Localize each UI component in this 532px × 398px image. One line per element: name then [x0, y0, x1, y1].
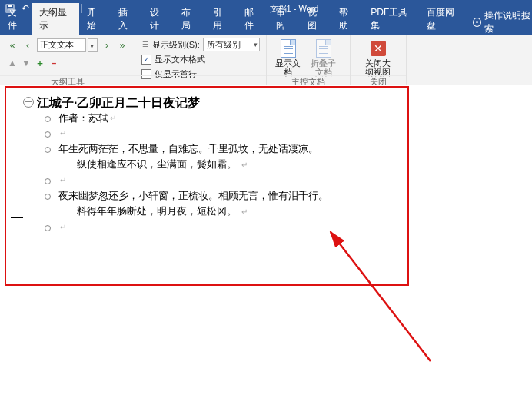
return-mark: ↵ — [60, 173, 66, 188]
tab-8[interactable]: 审阅 — [268, 3, 300, 35]
outline-bullet-icon — [45, 131, 51, 138]
outline-expand-icon[interactable] — [23, 97, 34, 108]
tab-9[interactable]: 视图 — [300, 3, 331, 35]
return-mark: ↵ — [110, 111, 116, 126]
outline-bullet-icon — [45, 147, 51, 153]
return-mark: ↵ — [241, 207, 248, 216]
tab-6[interactable]: 引用 — [205, 3, 237, 35]
move-up-button[interactable]: ▲ — [6, 57, 18, 69]
check-icon: ✓ — [141, 55, 151, 65]
show-level-label: 显示级别(S): — [152, 39, 200, 51]
show-document-button[interactable]: 显示文档 — [273, 38, 304, 77]
heading-1[interactable]: 江城子·乙卯正月二十日夜记梦 — [37, 95, 200, 111]
close-icon: ✕ — [371, 41, 386, 56]
stanza2-line1[interactable]: 夜来幽梦忽还乡，小轩窗，正梳妆。相顾无言，惟有泪千行。 — [58, 190, 328, 201]
bulb-icon — [473, 18, 481, 27]
outline-bullet-icon — [45, 178, 51, 184]
show-level-select[interactable]: 所有级别 — [203, 38, 260, 51]
tab-10[interactable]: 帮助 — [331, 3, 363, 35]
tab-12[interactable]: 百度网盘 — [419, 3, 467, 35]
outline-level-dropdown-icon[interactable]: ▾ — [88, 38, 98, 52]
tab-4[interactable]: 设计 — [142, 3, 174, 35]
tab-7[interactable]: 邮件 — [237, 3, 268, 35]
demote-button[interactable]: › — [101, 39, 113, 51]
stanza1-line1[interactable]: 年生死两茫茫，不思量，自难忘。千里孤坟，无处话凄凉。 — [58, 143, 318, 154]
subdocument-icon — [316, 39, 331, 58]
close-outline-view-button[interactable]: ✕ 关闭大纲视图 — [363, 38, 394, 77]
outline-document[interactable]: 江城子·乙卯正月二十日夜记梦 作者：苏轼 ↵ ↵ 年生死两茫茫，不思量，自难忘。… — [23, 95, 328, 235]
outline-bullet-icon — [45, 225, 51, 231]
author-line[interactable]: 作者：苏轼 — [58, 111, 108, 126]
stanza2-line2[interactable]: 料得年年肠断处，明月夜，短松冈。 — [77, 205, 237, 217]
promote-button[interactable]: ‹ — [22, 39, 34, 51]
return-mark: ↵ — [60, 220, 66, 235]
tab-11[interactable]: PDF工具集 — [363, 3, 419, 35]
text-cursor — [11, 217, 23, 218]
show-text-formatting-checkbox[interactable]: ✓ 显示文本格式 — [141, 53, 205, 65]
promote-to-heading1-button[interactable]: « — [6, 39, 18, 51]
tab-3[interactable]: 插入 — [111, 3, 142, 35]
show-level-icon: ☰ — [141, 41, 149, 48]
move-down-button[interactable]: ▼ — [20, 57, 32, 69]
return-mark: ↵ — [241, 161, 248, 169]
outline-bullet-icon — [45, 194, 51, 200]
document-icon — [281, 39, 296, 58]
tab-0[interactable]: 文件 — [0, 3, 32, 35]
tell-me-search[interactable]: 操作说明搜索 — [473, 9, 532, 35]
collapse-subdocuments-button[interactable]: 折叠子文档 — [308, 38, 339, 77]
return-mark: ↵ — [60, 126, 66, 141]
expand-button[interactable]: ＋ — [34, 57, 46, 69]
tab-1[interactable]: 大纲显示 — [32, 3, 79, 35]
tab-2[interactable]: 开始 — [79, 3, 111, 35]
tab-5[interactable]: 布局 — [174, 3, 205, 35]
outline-level-field[interactable]: 正文文本 — [37, 38, 86, 52]
collapse-button[interactable]: － — [48, 57, 60, 69]
outline-bullet-icon — [45, 116, 51, 122]
stanza1-line2[interactable]: 纵使相逢应不识，尘满面，鬓如霜。 — [77, 158, 237, 170]
demote-to-body-button[interactable]: » — [116, 39, 128, 51]
